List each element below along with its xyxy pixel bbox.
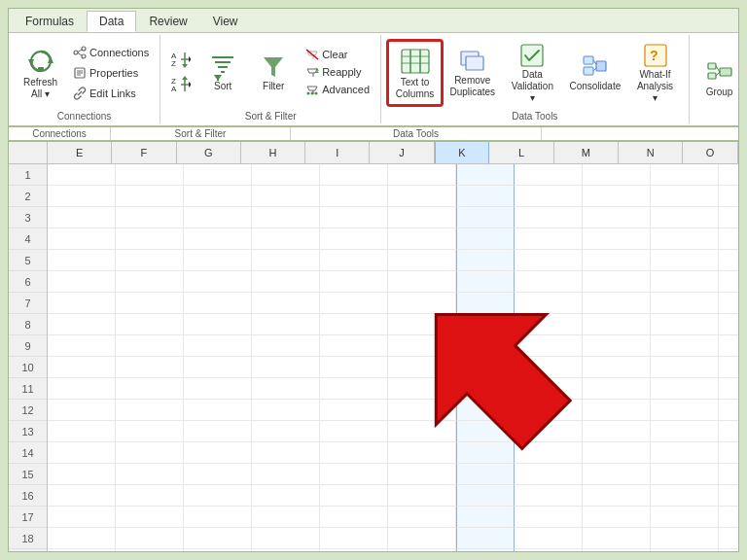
cell-18-3[interactable] bbox=[252, 528, 320, 549]
cell-15-9[interactable] bbox=[651, 464, 719, 485]
cell-18-4[interactable] bbox=[320, 528, 388, 549]
cell-12-10[interactable] bbox=[719, 400, 738, 421]
cell-2-3[interactable] bbox=[252, 186, 320, 207]
cell-5-2[interactable] bbox=[184, 250, 252, 271]
sort-button[interactable]: Sort bbox=[199, 49, 246, 96]
cell-3-7[interactable] bbox=[515, 207, 583, 228]
reapply-button[interactable]: Reapply bbox=[301, 63, 374, 81]
cell-10-7[interactable] bbox=[515, 357, 583, 378]
what-if-analysis-button[interactable]: ? What-IfAnalysis ▾ bbox=[627, 37, 682, 109]
cell-1-10[interactable] bbox=[719, 164, 738, 186]
cell-16-5[interactable] bbox=[388, 485, 456, 507]
data-validation-button[interactable]: DataValidation ▾ bbox=[503, 37, 563, 109]
cell-8-8[interactable] bbox=[583, 314, 651, 335]
cell-19-3[interactable] bbox=[252, 549, 320, 551]
col-header-k[interactable]: K bbox=[435, 142, 490, 163]
cell-19-6[interactable] bbox=[456, 549, 515, 551]
cell-19-0[interactable] bbox=[48, 549, 116, 551]
cell-1-0[interactable] bbox=[48, 164, 116, 186]
cell-12-5[interactable] bbox=[388, 400, 456, 421]
cell-11-10[interactable] bbox=[719, 378, 738, 400]
cell-18-9[interactable] bbox=[651, 528, 719, 549]
cell-19-4[interactable] bbox=[320, 549, 388, 551]
cell-13-2[interactable] bbox=[184, 421, 252, 442]
cell-6-7[interactable] bbox=[515, 271, 583, 293]
cell-17-4[interactable] bbox=[320, 507, 388, 528]
edit-links-button[interactable]: Edit Links bbox=[68, 84, 154, 103]
cell-6-3[interactable] bbox=[252, 271, 320, 293]
cell-14-7[interactable] bbox=[515, 442, 583, 464]
cell-3-1[interactable] bbox=[116, 207, 184, 228]
cell-7-6[interactable] bbox=[456, 293, 515, 314]
refresh-all-button[interactable]: RefreshAll ▾ bbox=[15, 41, 66, 105]
cell-7-1[interactable] bbox=[116, 293, 184, 314]
remove-duplicates-button[interactable]: RemoveDuplicates bbox=[445, 43, 501, 103]
cell-1-8[interactable] bbox=[583, 164, 651, 186]
cell-16-4[interactable] bbox=[320, 485, 388, 507]
cell-11-6[interactable] bbox=[456, 378, 515, 400]
cell-18-2[interactable] bbox=[184, 528, 252, 549]
cell-13-5[interactable] bbox=[388, 421, 456, 442]
cell-1-6[interactable] bbox=[456, 164, 515, 186]
cell-17-5[interactable] bbox=[388, 507, 456, 528]
cell-6-10[interactable] bbox=[719, 271, 738, 293]
cell-18-1[interactable] bbox=[116, 528, 184, 549]
col-header-e[interactable]: E bbox=[48, 142, 112, 163]
cell-2-4[interactable] bbox=[320, 186, 388, 207]
cell-13-7[interactable] bbox=[515, 421, 583, 442]
cell-15-8[interactable] bbox=[583, 464, 651, 485]
cell-7-7[interactable] bbox=[515, 293, 583, 314]
cell-8-6[interactable] bbox=[456, 314, 515, 335]
cell-16-0[interactable] bbox=[48, 485, 116, 507]
cell-2-5[interactable] bbox=[388, 186, 456, 207]
cell-9-5[interactable] bbox=[388, 335, 456, 357]
cell-14-4[interactable] bbox=[320, 442, 388, 464]
cell-13-4[interactable] bbox=[320, 421, 388, 442]
cell-12-8[interactable] bbox=[583, 400, 651, 421]
cell-3-9[interactable] bbox=[651, 207, 719, 228]
cell-5-0[interactable] bbox=[48, 250, 116, 271]
cell-2-6[interactable] bbox=[456, 186, 515, 207]
cell-6-2[interactable] bbox=[184, 271, 252, 293]
cell-9-10[interactable] bbox=[719, 335, 738, 357]
cell-10-5[interactable] bbox=[388, 357, 456, 378]
tab-review[interactable]: Review bbox=[136, 11, 199, 32]
cell-17-7[interactable] bbox=[515, 507, 583, 528]
cell-7-2[interactable] bbox=[184, 293, 252, 314]
cell-12-3[interactable] bbox=[252, 400, 320, 421]
cell-12-7[interactable] bbox=[515, 400, 583, 421]
cell-8-3[interactable] bbox=[252, 314, 320, 335]
cell-4-5[interactable] bbox=[388, 228, 456, 250]
cell-17-9[interactable] bbox=[651, 507, 719, 528]
cell-15-5[interactable] bbox=[388, 464, 456, 485]
cell-3-10[interactable] bbox=[719, 207, 738, 228]
cell-5-3[interactable] bbox=[252, 250, 320, 271]
filter-button[interactable]: Filter bbox=[250, 49, 297, 96]
cell-5-8[interactable] bbox=[583, 250, 651, 271]
group-button[interactable]: Group bbox=[695, 54, 744, 102]
cell-8-9[interactable] bbox=[651, 314, 719, 335]
cell-14-8[interactable] bbox=[583, 442, 651, 464]
cell-19-2[interactable] bbox=[184, 549, 252, 551]
cell-16-1[interactable] bbox=[116, 485, 184, 507]
cell-2-10[interactable] bbox=[719, 186, 738, 207]
cell-3-3[interactable] bbox=[252, 207, 320, 228]
cell-19-7[interactable] bbox=[515, 549, 583, 551]
cell-11-1[interactable] bbox=[116, 378, 184, 400]
cell-17-6[interactable] bbox=[456, 507, 515, 528]
cell-9-2[interactable] bbox=[184, 335, 252, 357]
cell-5-9[interactable] bbox=[651, 250, 719, 271]
cell-13-0[interactable] bbox=[48, 421, 116, 442]
cell-11-2[interactable] bbox=[184, 378, 252, 400]
cell-6-0[interactable] bbox=[48, 271, 116, 293]
cell-15-10[interactable] bbox=[719, 464, 738, 485]
cell-18-0[interactable] bbox=[48, 528, 116, 549]
cell-17-8[interactable] bbox=[583, 507, 651, 528]
cell-15-0[interactable] bbox=[48, 464, 116, 485]
cell-13-10[interactable] bbox=[719, 421, 738, 442]
cell-9-9[interactable] bbox=[651, 335, 719, 357]
cell-2-8[interactable] bbox=[583, 186, 651, 207]
cell-8-0[interactable] bbox=[48, 314, 116, 335]
cell-4-6[interactable] bbox=[456, 228, 515, 250]
cell-3-6[interactable] bbox=[456, 207, 515, 228]
